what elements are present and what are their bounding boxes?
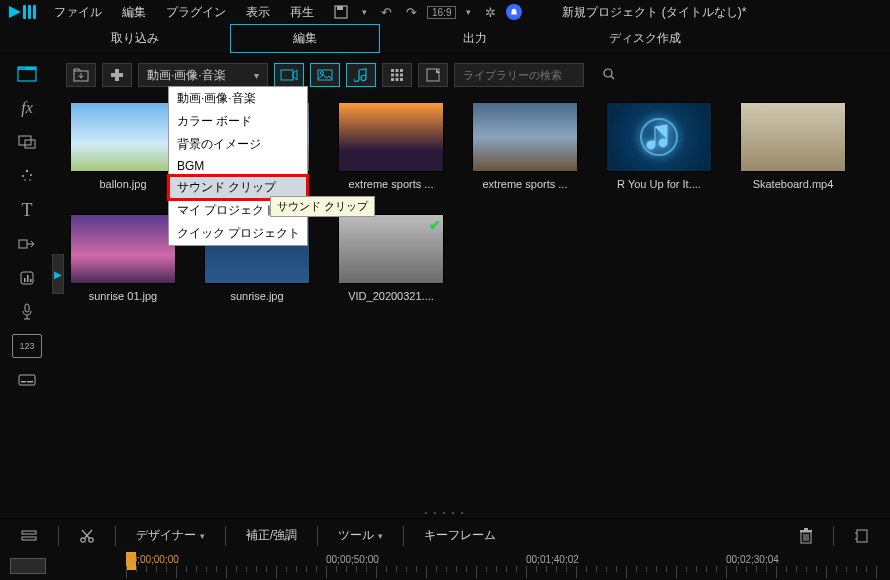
undo-icon[interactable]: ↶ — [377, 3, 396, 22]
dropdown-item[interactable]: 背景のイメージ — [169, 133, 307, 156]
filter-video-icon[interactable] — [274, 63, 304, 87]
svg-rect-43 — [22, 537, 36, 540]
settings-icon[interactable]: ✲ — [481, 3, 500, 22]
panel-divider[interactable]: • • • • • — [0, 508, 890, 518]
svg-point-28 — [321, 72, 324, 75]
title-room-icon[interactable]: T — [12, 198, 42, 222]
thumbnail-label: extreme sports ... — [349, 178, 434, 190]
menu-編集[interactable]: 編集 — [112, 0, 156, 25]
audio-room-icon[interactable] — [12, 266, 42, 290]
thumbnail-image — [338, 102, 444, 172]
fx-room-icon[interactable]: fx — [12, 96, 42, 120]
chevron-down-icon: ▾ — [200, 531, 205, 541]
chevron-down-icon: ▾ — [254, 70, 259, 81]
media-thumbnail[interactable]: sunrise 01.jpg — [70, 214, 176, 302]
filter-image-icon[interactable] — [310, 63, 340, 87]
redo-icon[interactable]: ↷ — [402, 3, 421, 22]
media-thumbnail[interactable]: ballon.jpg — [70, 102, 176, 190]
menu-再生[interactable]: 再生 — [280, 0, 324, 25]
more-actions-icon[interactable] — [844, 525, 880, 547]
track-select-icon[interactable] — [10, 525, 48, 547]
media-filter-dropdown[interactable]: 動画·画像·音楽 ▾ — [138, 63, 268, 87]
menu-表示[interactable]: 表示 — [236, 0, 280, 25]
svg-rect-21 — [25, 304, 29, 312]
notification-icon[interactable] — [506, 4, 522, 20]
menu-ファイル[interactable]: ファイル — [44, 0, 112, 25]
subtitle-room-icon[interactable] — [12, 368, 42, 392]
timeline-label: 00;00;50;00 — [326, 554, 379, 565]
particle-room-icon[interactable] — [12, 164, 42, 188]
media-thumbnail[interactable]: Skateboard.mp4 — [740, 102, 846, 190]
voice-room-icon[interactable] — [12, 300, 42, 324]
used-check-icon: ✔ — [429, 217, 441, 233]
dropdown-item[interactable]: BGM — [169, 156, 307, 176]
expand-sidebar-button[interactable]: ▶ — [52, 254, 64, 294]
svg-rect-19 — [27, 275, 29, 282]
plugin-button[interactable] — [102, 63, 132, 87]
view-grid-icon[interactable] — [382, 63, 412, 87]
mode-tab-取り込み[interactable]: 取り込み — [60, 25, 210, 52]
svg-rect-20 — [30, 279, 32, 282]
search-icon[interactable] — [603, 68, 615, 83]
mode-tab-編集[interactable]: 編集 — [230, 24, 380, 53]
correction-button[interactable]: 補正/強調 — [236, 523, 307, 548]
thumbnail-image — [740, 102, 846, 172]
svg-rect-52 — [800, 530, 812, 532]
svg-rect-42 — [22, 531, 36, 534]
thumbnail-label: sunrise 01.jpg — [89, 290, 158, 302]
tool-button[interactable]: ツール▾ — [328, 523, 393, 548]
keyframe-button[interactable]: キーフレーム — [414, 523, 506, 548]
svg-rect-32 — [391, 74, 394, 77]
svg-point-12 — [22, 175, 24, 177]
save-chevron-icon[interactable]: ▾ — [358, 5, 371, 19]
save-icon[interactable] — [330, 3, 352, 21]
media-thumbnail[interactable]: R You Up for It.... — [606, 102, 712, 190]
thumbnail-label: extreme sports ... — [483, 178, 568, 190]
dropdown-item[interactable]: クイック プロジェクト — [169, 222, 307, 245]
thumbnail-label: ballon.jpg — [99, 178, 146, 190]
dropdown-item[interactable]: カラー ボード — [169, 110, 307, 133]
transition-room-icon[interactable] — [12, 232, 42, 256]
svg-rect-23 — [21, 381, 26, 383]
delete-icon[interactable] — [789, 524, 823, 548]
svg-rect-0 — [23, 5, 26, 19]
import-button[interactable] — [66, 63, 96, 87]
timeline-label: 00;01;40;02 — [526, 554, 579, 565]
aspect-ratio-button[interactable]: 16:9 — [427, 6, 456, 19]
library-search[interactable] — [454, 63, 584, 87]
media-room-icon[interactable] — [12, 62, 42, 86]
timeline-ruler[interactable]: 00;00;00;0000;00;50;0000;01;40;0200;02;3… — [126, 552, 890, 580]
svg-point-7 — [20, 68, 22, 70]
media-thumbnail[interactable]: extreme sports ... — [338, 102, 444, 190]
timeline-track-button[interactable] — [10, 558, 46, 574]
pip-room-icon[interactable] — [12, 130, 42, 154]
thumbnail-image: ✔ — [338, 214, 444, 284]
app-logo[interactable] — [4, 1, 44, 23]
designer-button[interactable]: デザイナー▾ — [126, 523, 215, 548]
thumbnail-image — [70, 102, 176, 172]
thumbnail-label: sunrise.jpg — [230, 290, 283, 302]
thumbnail-image — [606, 102, 712, 172]
thumbnail-image — [472, 102, 578, 172]
thumbnail-image — [70, 214, 176, 284]
library-menu-icon[interactable] — [418, 63, 448, 87]
sidebar: fx T 123 ▶ — [0, 54, 54, 508]
media-thumbnail[interactable]: ✔VID_20200321.... — [338, 214, 444, 302]
menu-プラグイン[interactable]: プラグイン — [156, 0, 236, 25]
dropdown-item[interactable]: 動画·画像·音楽 — [169, 87, 307, 110]
mode-tab-ディスク作成[interactable]: ディスク作成 — [570, 25, 720, 52]
timeline-label: 00;00;00;00 — [126, 554, 179, 565]
media-thumbnail[interactable]: extreme sports ... — [472, 102, 578, 190]
filter-audio-icon[interactable] — [346, 63, 376, 87]
search-input[interactable] — [461, 68, 603, 82]
svg-rect-27 — [318, 70, 332, 80]
cut-icon[interactable] — [69, 524, 105, 548]
aspect-chevron-icon[interactable]: ▾ — [462, 5, 475, 19]
chapter-room-icon[interactable]: 123 — [12, 334, 42, 358]
svg-rect-35 — [391, 78, 394, 81]
svg-point-41 — [641, 119, 677, 155]
svg-rect-1 — [28, 5, 31, 19]
svg-point-15 — [29, 179, 31, 181]
mode-tab-出力[interactable]: 出力 — [400, 25, 550, 52]
svg-rect-36 — [396, 78, 399, 81]
